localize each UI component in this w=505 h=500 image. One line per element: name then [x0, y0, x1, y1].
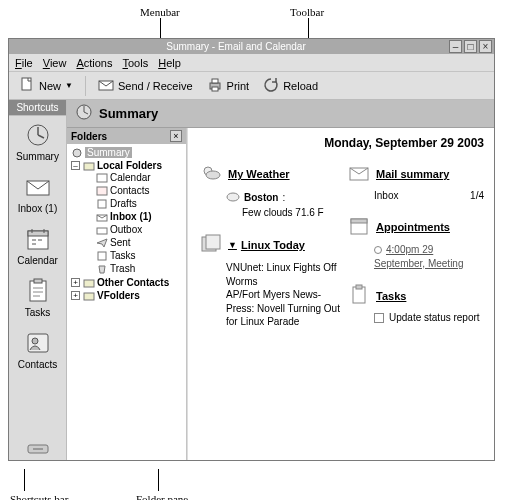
svg-point-27 [227, 193, 239, 201]
svg-rect-16 [84, 163, 94, 170]
sent-icon [96, 238, 108, 248]
collapse-icon[interactable]: ▼ [228, 240, 237, 250]
svg-rect-24 [84, 293, 94, 300]
outbox-icon [96, 225, 108, 235]
svg-rect-9 [30, 281, 46, 301]
news-title[interactable]: Linux Today [241, 239, 305, 251]
menu-view[interactable]: View [43, 57, 67, 69]
folders-close-button[interactable]: × [170, 130, 182, 142]
menu-tools[interactable]: Tools [123, 57, 149, 69]
titlebar: Summary - Email and Calendar – □ × [9, 39, 494, 54]
svg-rect-32 [351, 219, 367, 223]
folder-icon [83, 278, 95, 288]
mail-summary-section: Mail summary Inbox1/4 [348, 162, 484, 201]
expand-icon[interactable]: + [71, 291, 80, 300]
print-icon [207, 77, 223, 95]
toggle-icon [27, 443, 49, 455]
folder-icon [83, 291, 95, 301]
dropdown-icon: ▼ [65, 81, 73, 90]
appointments-title[interactable]: Appointments [376, 221, 450, 233]
folder-trash[interactable]: Trash [83, 262, 184, 275]
tasks-icon [96, 251, 108, 261]
svg-rect-23 [84, 280, 94, 287]
menu-actions[interactable]: Actions [76, 57, 112, 69]
mail-icon [348, 162, 370, 186]
menubar: File View Actions Tools Help [9, 54, 494, 72]
send-receive-icon [98, 77, 114, 95]
cloud-icon [226, 190, 240, 206]
trash-icon [96, 264, 108, 274]
shortcut-inbox[interactable]: Inbox (1) [9, 168, 66, 220]
task-item[interactable]: Update status report [389, 312, 480, 323]
weather-section: My Weather Boston: Few clouds 71.6 F [200, 162, 340, 219]
news-icon [200, 233, 222, 257]
shortcut-contacts[interactable]: Contacts [9, 324, 66, 376]
window-close-button[interactable]: × [479, 40, 492, 53]
annotation-folder-pane: Folder pane [136, 493, 188, 500]
folder-tree: Summary –Local Folders Calendar Contacts… [67, 144, 186, 460]
tasks-icon [23, 278, 53, 304]
weather-title[interactable]: My Weather [228, 168, 290, 180]
window-maximize-button[interactable]: □ [464, 40, 477, 53]
svg-rect-17 [97, 174, 107, 182]
appointments-section: Appointments 4:00pm 29 September, Meetin… [348, 215, 484, 270]
print-label: Print [227, 80, 250, 92]
folder-outbox[interactable]: Outbox [83, 223, 184, 236]
folder-other-contacts[interactable]: +Other Contacts [71, 276, 184, 289]
shortcuts-toggle-button[interactable] [9, 438, 66, 460]
reload-label: Reload [283, 80, 318, 92]
shortcut-contacts-label: Contacts [18, 359, 57, 370]
send-receive-button[interactable]: Send / Receive [94, 75, 197, 97]
shortcuts-header: Shortcuts [9, 100, 66, 116]
shortcut-inbox-label: Inbox (1) [18, 203, 57, 214]
svg-point-12 [32, 338, 38, 344]
folder-drafts[interactable]: Drafts [83, 197, 184, 210]
svg-rect-34 [356, 285, 362, 289]
inbox-icon [23, 174, 53, 200]
contacts-icon [23, 330, 53, 356]
svg-rect-10 [34, 279, 42, 283]
folder-summary[interactable]: Summary [71, 146, 184, 159]
folder-inbox[interactable]: Inbox (1) [83, 210, 184, 223]
drafts-icon [96, 199, 108, 209]
menu-file[interactable]: File [15, 57, 33, 69]
mail-inbox-count: 1/4 [470, 190, 484, 201]
shortcut-calendar-label: Calendar [17, 255, 58, 266]
svg-rect-18 [97, 187, 107, 195]
calendar-icon [23, 226, 53, 252]
shortcut-summary[interactable]: Summary [9, 116, 66, 168]
shortcut-tasks-label: Tasks [25, 307, 51, 318]
svg-rect-3 [212, 79, 218, 83]
expand-icon[interactable]: + [71, 278, 80, 287]
mail-inbox-link[interactable]: Inbox [374, 190, 398, 201]
window-title: Summary - Email and Calendar [25, 41, 447, 52]
window-minimize-button[interactable]: – [449, 40, 462, 53]
print-button[interactable]: Print [203, 75, 254, 97]
menu-help[interactable]: Help [158, 57, 181, 69]
folder-calendar[interactable]: Calendar [83, 171, 184, 184]
folder-sent[interactable]: Sent [83, 236, 184, 249]
shortcut-tasks[interactable]: Tasks [9, 272, 66, 324]
svg-rect-21 [97, 228, 107, 234]
reload-button[interactable]: Reload [259, 75, 322, 97]
shortcut-calendar[interactable]: Calendar [9, 220, 66, 272]
tasks-title[interactable]: Tasks [376, 290, 406, 302]
new-button[interactable]: New ▼ [15, 75, 77, 97]
tasks-section-icon [348, 284, 370, 308]
collapse-icon[interactable]: – [71, 161, 80, 170]
tasks-section: Tasks Update status report [348, 284, 484, 323]
svg-rect-19 [98, 200, 106, 208]
appointment-item[interactable]: 4:00pm 29 September, Meeting [374, 244, 464, 269]
folder-local[interactable]: –Local Folders [71, 160, 184, 171]
annotation-menubar: Menubar [140, 6, 180, 18]
folder-vfolders[interactable]: +VFolders [71, 289, 184, 302]
toolbar: New ▼ Send / Receive Print Reload [9, 72, 494, 100]
weather-icon [200, 162, 222, 186]
folder-tasks[interactable]: Tasks [83, 249, 184, 262]
mail-summary-title[interactable]: Mail summary [376, 168, 449, 180]
folder-contacts[interactable]: Contacts [83, 184, 184, 197]
task-checkbox[interactable] [374, 313, 384, 323]
annotation-toolbar: Toolbar [290, 6, 324, 18]
reload-icon [263, 77, 279, 95]
svg-point-26 [206, 171, 220, 179]
